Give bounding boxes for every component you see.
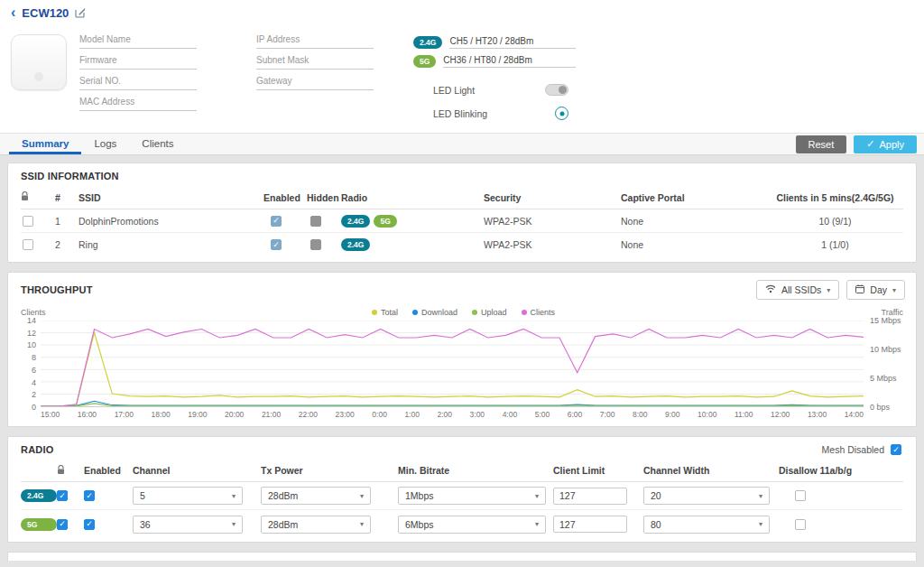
ssid-row1-radio-badges: 2.4G 5G (341, 215, 484, 228)
throughput-panel: THROUGHPUT All SSIDs ▾ Day ▾ Clients Tot… (7, 272, 917, 427)
x-tick-label: 19:00 (188, 410, 207, 419)
ssid-row2-select-checkbox[interactable] (23, 239, 33, 250)
col-num: # (55, 192, 79, 203)
ssid-row1-hidden-checkbox[interactable] (310, 216, 321, 227)
apply-check-icon: ✓ (866, 138, 874, 150)
radio-2g-channel-select[interactable]: 5▾ (133, 487, 243, 505)
chevron-down-icon: ▾ (535, 520, 539, 528)
legend-item-total[interactable]: Total (372, 308, 398, 317)
calendar-icon (855, 284, 864, 295)
topbar: ‹ ECW120 (0, 0, 924, 25)
reset-button[interactable]: Reset (796, 135, 847, 153)
led-blinking-button[interactable] (555, 107, 568, 120)
radio-panel: RADIO Mesh Disabled Enabled Channel Tx P… (7, 436, 917, 543)
ssid-section-title: SSID INFORMATION (21, 171, 119, 181)
device-header-area: ‹ ECW120 Model Name Firmware Serial NO. … (0, 0, 924, 133)
legend-item-download[interactable]: Download (412, 308, 457, 317)
gateway-label: Gateway (256, 76, 291, 86)
badge-5g: 5G (374, 215, 396, 228)
x-tick-label: 23:00 (336, 410, 355, 419)
time-range-dropdown[interactable]: Day ▾ (846, 280, 905, 300)
radio-2g-bitrate-select[interactable]: 1Mbps▾ (398, 487, 546, 505)
col-hidden: Hidden (307, 192, 341, 203)
ssid-filter-label: All SSIDs (781, 284, 821, 295)
tab-clients[interactable]: Clients (129, 134, 186, 154)
ssid-row2-clients: 1 (1/0) (767, 239, 903, 250)
radio-2g-client-limit-input[interactable] (553, 488, 627, 505)
tab-logs[interactable]: Logs (81, 134, 129, 154)
ssid-filter-dropdown[interactable]: All SSIDs ▾ (756, 280, 839, 300)
radio-5g-lock-checkbox[interactable] (57, 519, 68, 530)
badge-2-4g: 2.4G (21, 489, 57, 502)
ssid-row2-radio-badges: 2.4G (341, 238, 484, 251)
x-tick-label: 10:00 (698, 410, 716, 419)
throughput-chart: 02468101214 0 bps5 Mbps10 Mbps15 Mbps (17, 321, 907, 407)
edit-device-name-icon[interactable] (75, 7, 86, 18)
col-enabled: Enabled (263, 192, 307, 203)
x-tick-label: 21:00 (262, 410, 281, 419)
radio-5g-client-limit-input[interactable] (553, 516, 627, 533)
ssid-row2-name: Ring (79, 239, 263, 250)
radio-2g-txpower-select[interactable]: 28dBm▾ (261, 487, 371, 505)
lock-icon (21, 191, 55, 203)
tab-summary[interactable]: Summary (9, 134, 81, 154)
x-tick-label: 18:00 (151, 410, 170, 419)
main-content: SSID INFORMATION # SSID Enabled Hidden R… (0, 155, 924, 567)
radio-2g-disallow-checkbox[interactable] (795, 490, 806, 501)
col-disallow: Disallow 11a/b/g (779, 465, 903, 476)
next-section-edge (7, 552, 917, 561)
x-tick-label: 8:00 (633, 410, 648, 419)
radio-5g-enabled-checkbox[interactable] (84, 519, 95, 530)
wifi-icon (765, 284, 776, 295)
chevron-down-icon: ▾ (360, 520, 364, 528)
led-blinking-label: LED Blinking (433, 108, 487, 119)
col-tx-power: Tx Power (261, 465, 398, 476)
led-light-label: LED Light (433, 85, 475, 96)
col-clients: Clients in 5 mins(2.4G/5G) (767, 192, 903, 203)
led-light-toggle[interactable] (545, 84, 568, 96)
radio-2g-lock-checkbox[interactable] (57, 490, 68, 501)
col-client-limit: Client Limit (553, 465, 643, 476)
chevron-down-icon: ▾ (535, 492, 539, 500)
ssid-row2-hidden-checkbox[interactable] (310, 239, 321, 250)
chart-x-axis: 15:0016:0017:0018:0019:0020:0021:0022:00… (17, 410, 907, 419)
back-button[interactable]: ‹ (11, 5, 15, 20)
chart-y-right: 0 bps5 Mbps10 Mbps15 Mbps (864, 321, 907, 407)
x-tick-label: 0:00 (372, 410, 387, 419)
device-fields-mid: IP Address Subnet Mask Gateway (256, 34, 374, 97)
radio-summary-2g: 2.4G CH5 / HT20 / 28dBm (413, 34, 576, 49)
chart-legend[interactable]: TotalDownloadUploadClients (46, 308, 882, 317)
ssid-table-row: 2 Ring 2.4G WPA2-PSK None 1 (1/0) (21, 233, 903, 256)
col-security: Security (484, 192, 621, 203)
time-range-label: Day (870, 284, 887, 295)
legend-item-clients[interactable]: Clients (522, 308, 556, 317)
radio-5g-disallow-checkbox[interactable] (795, 519, 806, 530)
badge-5g: 5G (413, 55, 436, 68)
radio-5g-channel-width-select[interactable]: 80▾ (643, 516, 770, 534)
apply-button[interactable]: ✓ Apply (854, 135, 917, 153)
radio-2g-enabled-checkbox[interactable] (84, 490, 95, 501)
radio-2g-channel-width-select[interactable]: 20▾ (643, 487, 770, 505)
serial-label: Serial NO. (79, 76, 121, 86)
mesh-disabled-checkbox[interactable] (891, 444, 901, 455)
ssid-row1-select-checkbox[interactable] (23, 216, 33, 227)
legend-item-upload[interactable]: Upload (472, 308, 507, 317)
radio-row-5g: 5G 36▾ 28dBm▾ 6Mbps▾ 80▾ (21, 510, 903, 538)
ssid-row1-enabled-checkbox[interactable] (271, 216, 282, 227)
ssid-row2-security: WPA2-PSK (484, 239, 621, 250)
apply-label: Apply (879, 139, 904, 150)
radio-row-2g: 2.4G 5▾ 28dBm▾ 1Mbps▾ 20▾ (21, 482, 903, 510)
ssid-row2-enabled-checkbox[interactable] (271, 239, 282, 250)
radio-5g-channel-select[interactable]: 36▾ (133, 516, 243, 534)
x-tick-label: 22:00 (299, 410, 318, 419)
x-tick-label: 7:00 (600, 410, 615, 419)
radio-5g-txpower-select[interactable]: 28dBm▾ (261, 516, 371, 534)
ssid-row1-security: WPA2-PSK (484, 216, 621, 227)
radio-5g-value: CH36 / HT80 / 28dBm (443, 55, 576, 68)
mesh-disabled-label: Mesh Disabled (822, 444, 884, 455)
x-tick-label: 17:00 (115, 410, 134, 419)
ip-address-label: IP Address (256, 34, 300, 44)
page-title: ECW120 (22, 6, 69, 20)
chart-y-left: 02468101214 (17, 321, 41, 407)
radio-5g-bitrate-select[interactable]: 6Mbps▾ (398, 516, 546, 534)
